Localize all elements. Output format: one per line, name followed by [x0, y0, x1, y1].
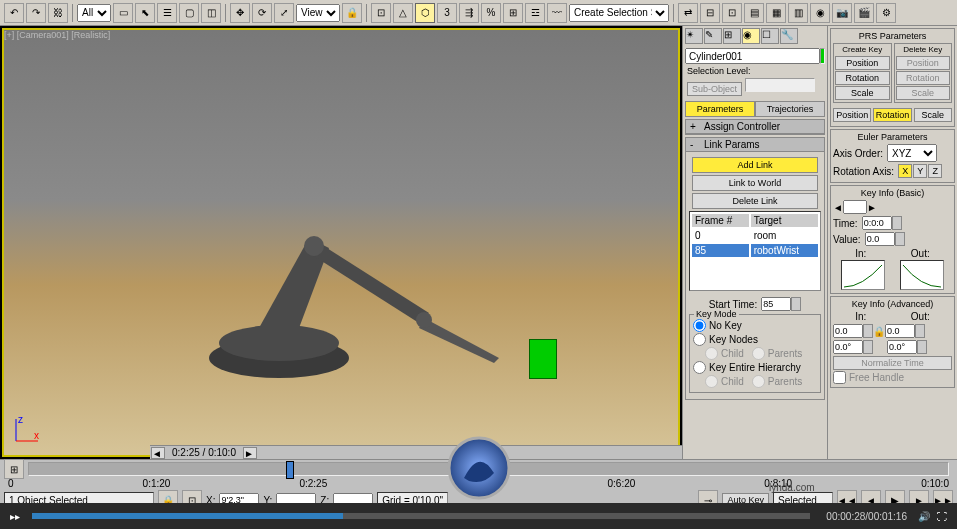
start-time-input[interactable] — [761, 297, 791, 311]
axis-gizmo: zx — [12, 415, 42, 447]
hierarchy-tab-icon[interactable]: ⊞ — [723, 28, 741, 44]
key-nodes-radio[interactable] — [693, 333, 706, 346]
adv-deg2-input[interactable] — [887, 340, 917, 354]
delete-position-button[interactable]: Position — [896, 56, 951, 70]
layers-mgr-icon[interactable]: ▤ — [744, 3, 764, 23]
play-pause-icon[interactable]: ▸▸ — [6, 507, 24, 525]
delete-rotation-button[interactable]: Rotation — [896, 71, 951, 85]
object-color-swatch[interactable] — [820, 48, 825, 64]
region-icon[interactable]: ▢ — [179, 3, 199, 23]
fullscreen-icon[interactable]: ⛶ — [933, 507, 951, 525]
snap-icon[interactable]: ⊡ — [371, 3, 391, 23]
next-key-icon[interactable]: ► — [867, 202, 877, 213]
time-marker[interactable] — [286, 461, 294, 479]
create-position-button[interactable]: Position — [835, 56, 890, 70]
time-config-icon[interactable]: ⊞ — [4, 459, 24, 479]
pct-icon[interactable]: % — [481, 3, 501, 23]
render-setup-icon[interactable]: ⚙ — [876, 3, 896, 23]
main-toolbar: ↶ ↷ ⛓ All ▭ ⬉ ☰ ▢ ◫ ✥ ⟳ ⤢ View 🔒 ⊡ △ ⬡ 3… — [0, 0, 957, 26]
link-params-rollout[interactable]: -Link Params — [686, 138, 824, 152]
undo-icon[interactable]: ↶ — [4, 3, 24, 23]
link-list[interactable]: Frame #Target 0room 85robotWrist — [689, 211, 821, 291]
prev-key-icon[interactable]: ◄ — [833, 202, 843, 213]
link-world-button[interactable]: Link to World — [692, 175, 817, 191]
quick-align-icon[interactable]: ⊡ — [722, 3, 742, 23]
sub-object-button[interactable]: Sub-Object — [687, 82, 742, 96]
scale-mode-button[interactable]: Scale — [914, 108, 952, 122]
axis-x-button[interactable]: X — [898, 164, 912, 178]
adv-in-input[interactable] — [833, 324, 863, 338]
select-icon[interactable]: ▭ — [113, 3, 133, 23]
axis-y-button[interactable]: Y — [913, 164, 927, 178]
key-hierarchy-radio[interactable] — [693, 361, 706, 374]
sub-object-select[interactable] — [745, 78, 815, 92]
free-handle-check[interactable] — [833, 371, 846, 384]
modify-tab-icon[interactable]: ✎ — [704, 28, 722, 44]
keyinfo-title: Key Info (Basic) — [833, 188, 952, 198]
viewport[interactable]: [+] [Camera001] [Realistic] zx ◄ — [0, 26, 682, 459]
pointer-icon[interactable]: ⬉ — [135, 3, 155, 23]
start-time-spinner[interactable] — [791, 297, 801, 311]
schematic-icon[interactable]: ▥ — [788, 3, 808, 23]
create-tab-icon[interactable]: ✴ — [685, 28, 703, 44]
move-icon[interactable]: ✥ — [230, 3, 250, 23]
adv-out-input[interactable] — [885, 324, 915, 338]
object-name-input[interactable] — [685, 48, 820, 64]
motion-tab-icon[interactable]: ◉ — [742, 28, 760, 44]
percent-snap-icon[interactable]: ⬡ — [415, 3, 435, 23]
curve-icon[interactable]: 〰 — [547, 3, 567, 23]
ref-select[interactable]: View — [296, 4, 340, 22]
mirror2-icon[interactable]: ⇄ — [678, 3, 698, 23]
name-select-icon[interactable]: ☰ — [157, 3, 177, 23]
viewport-canvas[interactable]: zx — [2, 28, 680, 457]
link-icon[interactable]: ⛓ — [48, 3, 68, 23]
axis-z-button[interactable]: Z — [928, 164, 942, 178]
create-rotation-button[interactable]: Rotation — [835, 71, 890, 85]
key-index-input[interactable] — [843, 200, 867, 214]
progress-slider[interactable] — [32, 513, 810, 519]
position-mode-button[interactable]: Position — [833, 108, 871, 122]
redo-icon[interactable]: ↷ — [26, 3, 46, 23]
window-icon[interactable]: ◫ — [201, 3, 221, 23]
display-tab-icon[interactable]: ☐ — [761, 28, 779, 44]
parameters-tab[interactable]: Parameters — [685, 101, 755, 117]
normalize-time-button[interactable]: Normalize Time — [833, 356, 952, 370]
key-time-input[interactable] — [862, 216, 892, 230]
add-link-button[interactable]: Add Link — [692, 157, 817, 173]
rotate-icon[interactable]: ⟳ — [252, 3, 272, 23]
scroll-left-icon[interactable]: ◄ — [151, 447, 165, 459]
lock-icon[interactable]: 🔒 — [873, 326, 885, 337]
key-value-input[interactable] — [865, 232, 895, 246]
graph-icon[interactable]: ▦ — [766, 3, 786, 23]
trajectories-tab[interactable]: Trajectories — [755, 101, 825, 117]
scroll-right-icon[interactable]: ► — [243, 447, 257, 459]
spinner-snap-icon[interactable]: 3 — [437, 3, 457, 23]
assign-controller-rollout[interactable]: +Assign Controller — [686, 120, 824, 134]
in-tangent-button[interactable] — [841, 260, 885, 290]
material-icon[interactable]: ◉ — [810, 3, 830, 23]
create-scale-button[interactable]: Scale — [835, 86, 890, 100]
angle-snap-icon[interactable]: △ — [393, 3, 413, 23]
out-tangent-button[interactable] — [900, 260, 944, 290]
scale-icon[interactable]: ⤢ — [274, 3, 294, 23]
lock-icon[interactable]: 🔒 — [342, 3, 362, 23]
green-cylinder[interactable] — [529, 339, 557, 379]
utilities-tab-icon[interactable]: 🔧 — [780, 28, 798, 44]
volume-icon[interactable]: 🔊 — [915, 507, 933, 525]
mirror-icon[interactable]: ⇶ — [459, 3, 479, 23]
viewport-scrollbar[interactable]: ◄ 0:2:25 / 0:10:0 ► — [150, 445, 682, 459]
render-icon[interactable]: 🎬 — [854, 3, 874, 23]
layers-icon[interactable]: ☲ — [525, 3, 545, 23]
rotation-mode-button[interactable]: Rotation — [873, 108, 911, 122]
delete-scale-button[interactable]: Scale — [896, 86, 951, 100]
align2-icon[interactable]: ⊟ — [700, 3, 720, 23]
viewport-label[interactable]: [+] [Camera001] [Realistic] — [4, 30, 110, 40]
delete-link-button[interactable]: Delete Link — [692, 193, 817, 209]
adv-deg1-input[interactable] — [833, 340, 863, 354]
filter-select[interactable]: All — [77, 4, 111, 22]
selset-select[interactable]: Create Selection Se — [569, 4, 669, 22]
camera-icon[interactable]: 📷 — [832, 3, 852, 23]
align-icon[interactable]: ⊞ — [503, 3, 523, 23]
axis-order-select[interactable]: XYZ — [887, 144, 937, 162]
no-key-radio[interactable] — [693, 319, 706, 332]
